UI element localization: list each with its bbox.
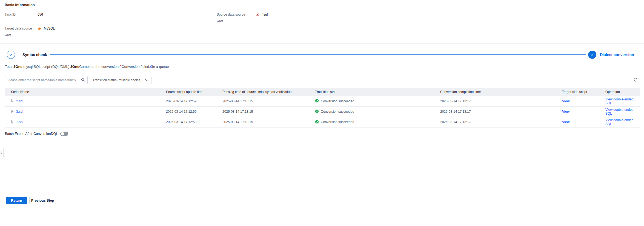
check-circle-icon [315, 120, 319, 124]
sql-file-icon [11, 109, 15, 114]
column-completion-time: Conversion completion time [440, 88, 562, 96]
chevron-left-icon [0, 151, 2, 155]
view-double-ended-sql-link[interactable]: View double-ended SQL [605, 108, 634, 115]
table-header-row: Script Name Source script update time Pa… [5, 88, 640, 96]
column-script-name: Script Name [5, 88, 166, 96]
conversion-summary: Total 3One mysql SQL script (DQL/DML):3O… [5, 65, 169, 69]
view-double-ended-sql-link[interactable]: View double-ended SQL [605, 97, 634, 105]
toggle-knob [61, 132, 64, 135]
batch-export-label: Batch Export After ConversionDQL [5, 131, 58, 136]
summary-segment: 3One [70, 65, 79, 69]
source-datasource-value: Tsql [256, 11, 268, 18]
target-datasource-value: MySQL [38, 25, 55, 31]
stepper-connector-line [50, 54, 586, 55]
transition-state-text: Conversion succeeded [321, 110, 354, 114]
batch-export-toggle[interactable] [60, 132, 68, 136]
step-syntax-check-label: Syntax check [22, 51, 47, 59]
summary-segment: Total [5, 65, 13, 69]
mysql-icon [38, 27, 42, 31]
search-icon [81, 78, 85, 83]
batch-export-row: Batch Export After ConversionDQL [5, 131, 68, 136]
column-operation: Operation [605, 88, 640, 96]
search-button[interactable] [78, 76, 87, 84]
return-button[interactable]: Return [6, 197, 27, 204]
column-syntax-pass-time: Passing time of source script syntax ver… [222, 88, 315, 96]
script-search-input[interactable] [5, 76, 78, 84]
sidebar-collapse-handle[interactable] [0, 148, 4, 158]
summary-segment: Conversion failed, [122, 65, 150, 69]
task-id-label: Task ID [5, 11, 35, 18]
transition-state-text: Conversion succeeded [321, 99, 354, 103]
refresh-icon [634, 78, 638, 83]
source-datasource-label: Source data source type [217, 11, 247, 24]
table-row: 3.sql 2025-03-14 17:12:59 2025-03-14 17:… [5, 106, 640, 117]
syntax-pass-time-cell: 2025-03-14 17:13:15 [222, 117, 315, 127]
dialect-conversion-page: Basic information Task ID 656 Source dat… [0, 0, 644, 226]
view-double-ended-sql-link[interactable]: View double-ended SQL [605, 118, 634, 126]
refresh-button[interactable] [631, 76, 640, 84]
task-id-value: 656 [38, 11, 43, 18]
column-transition-state: Transition state [315, 88, 440, 96]
syntax-pass-time-cell: 2025-03-14 17:13:15 [222, 106, 315, 117]
summary-segment: mysql SQL script (DQL/DML): [22, 65, 70, 69]
step-dialect-conversion-circle: 2 [588, 51, 596, 59]
view-target-script-link[interactable]: View [562, 99, 569, 103]
source-update-time-cell: 2025-03-14 17:12:59 [166, 96, 222, 106]
target-datasource-field: Target data source type MySQL [5, 25, 55, 37]
summary-segment: In a queue [152, 65, 169, 69]
step-syntax-check-circle [7, 51, 15, 59]
script-name-link[interactable]: 3.sql [16, 110, 23, 114]
completion-time-cell: 2025-03-14 17:13:17 [440, 117, 562, 127]
sql-file-icon [11, 120, 15, 124]
column-target-script: Target-side script [562, 88, 605, 96]
previous-step-button[interactable]: Previous Step [29, 197, 56, 204]
column-source-update-time: Source script update time [166, 88, 222, 96]
summary-segment: 3One [13, 65, 22, 69]
step-dialect-conversion-label: Dialect conversion [600, 51, 634, 59]
target-datasource-label: Target data source type [5, 25, 35, 37]
transition-state-text: Conversion succeeded [321, 120, 354, 124]
section-divider [0, 43, 644, 44]
transition-status-dropdown[interactable]: Transition status (multiple choice) [90, 76, 151, 84]
target-datasource-type: MySQL [44, 25, 55, 31]
basic-info-title: Basic information [5, 3, 35, 7]
tsql-icon [256, 13, 260, 17]
completion-time-cell: 2025-03-14 17:13:17 [440, 106, 562, 117]
source-datasource-field: Source data source type Tsql [217, 11, 268, 24]
view-target-script-link[interactable]: View [562, 120, 569, 124]
task-id-field: Task ID 656 [5, 11, 43, 18]
scripts-table: Script Name Source script update time Pa… [5, 88, 640, 128]
source-update-time-cell: 2025-03-14 17:12:59 [166, 106, 222, 117]
chevron-down-icon [145, 78, 148, 82]
script-name-link[interactable]: 1.sql [16, 120, 23, 124]
table-row: 1.sql 2025-03-14 17:12:59 2025-03-14 17:… [5, 117, 640, 127]
completion-time-cell: 2025-03-14 17:13:17 [440, 96, 562, 106]
source-datasource-type: Tsql [262, 11, 268, 18]
check-circle-icon [315, 109, 319, 114]
script-name-link[interactable]: 2.sql [16, 99, 23, 103]
sql-file-icon [11, 99, 15, 103]
summary-failed-count: 0 [120, 65, 122, 69]
transition-status-dropdown-label: Transition status (multiple choice) [93, 78, 141, 82]
syntax-pass-time-cell: 2025-03-14 17:13:15 [222, 96, 315, 106]
summary-segment: Complete the conversion, [79, 65, 119, 69]
script-search-box [5, 76, 88, 84]
view-target-script-link[interactable]: View [562, 110, 569, 114]
check-circle-icon [315, 99, 319, 103]
source-update-time-cell: 2025-03-14 17:12:59 [166, 117, 222, 127]
check-icon [9, 53, 13, 57]
table-row: 2.sql 2025-03-14 17:12:59 2025-03-14 17:… [5, 96, 640, 106]
